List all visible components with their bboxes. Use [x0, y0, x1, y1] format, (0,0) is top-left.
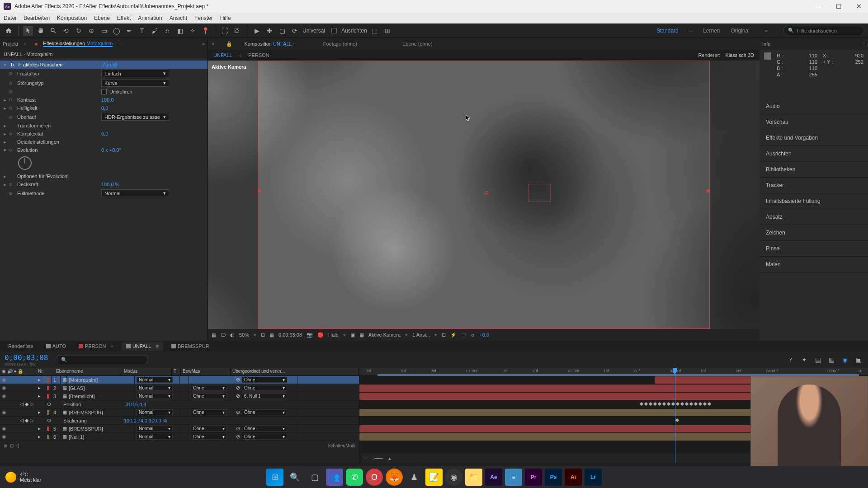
layer-row[interactable]: ◁ ◆ ▷ ⊙ Skalierung 100,0,74,0,100,0 % [0, 417, 359, 425]
tl-btn-1[interactable]: ⊕ [4, 443, 7, 448]
camera-dropdown[interactable]: Aktive Kamera [368, 332, 401, 338]
panel-inhaltsfuellung[interactable]: Inhaltsbasierte Füllung [760, 193, 868, 209]
panel-audio[interactable]: Audio [760, 99, 868, 114]
breadcrumb-person[interactable]: PERSON [248, 52, 269, 58]
pen-tool-icon[interactable]: ✒ [124, 26, 134, 36]
tl-graph-icon[interactable]: ⫯ [786, 355, 796, 365]
tl-frame-blend-icon[interactable]: ▦ [826, 355, 836, 365]
workspace-original[interactable]: Original [731, 28, 750, 34]
start-button[interactable]: ⊞ [266, 469, 283, 486]
selection-handle[interactable] [707, 189, 710, 192]
ellipse-tool-icon[interactable]: ◯ [112, 26, 122, 36]
tab-person[interactable]: PERSON× [74, 342, 118, 351]
maximize-button[interactable]: ☐ [833, 3, 844, 10]
taskbar-explorer-icon[interactable]: 📁 [465, 469, 482, 486]
close-button[interactable]: ✕ [854, 3, 864, 10]
info-panel-title[interactable]: Info [762, 41, 770, 47]
taskbar-teams-icon[interactable]: 👥 [326, 469, 343, 486]
menu-ansicht[interactable]: Ansicht [170, 15, 187, 21]
layer-row[interactable]: ◉ ▸ 2 ▦ [GLAS] Normal▾ Ohne▾ ⊘ Ohne▾ [0, 384, 359, 392]
panel-tracker[interactable]: Tracker [760, 178, 868, 193]
rect-tool-icon[interactable]: ▭ [99, 26, 109, 36]
help-search[interactable]: 🔍 Hilfe durchsuchen [783, 26, 864, 35]
taskbar-taskview-icon[interactable]: ▢ [306, 469, 323, 486]
tl-brainstorm-icon[interactable]: ▣ [854, 355, 863, 365]
vt-grid-icon[interactable]: ▦ [269, 332, 274, 338]
vt-transparency-icon[interactable]: ▦ [359, 332, 364, 338]
views-dropdown[interactable]: 1 Ansi... [412, 332, 430, 338]
orbit-tool-icon[interactable]: ⟲ [61, 26, 71, 36]
taskbar-whatsapp-icon[interactable]: ✆ [346, 469, 363, 486]
resolution-dropdown[interactable]: Halb [328, 332, 339, 338]
vt-snapshot-icon[interactable]: 📷 [307, 332, 313, 338]
current-time[interactable]: 0;00;03;08 [278, 332, 302, 338]
helligkeit-value[interactable]: 0,0 [101, 105, 108, 111]
text-tool-icon[interactable]: T [137, 26, 147, 36]
menu-ebene[interactable]: Ebene [94, 15, 110, 21]
taskbar-lr-icon[interactable]: Lr [585, 469, 602, 486]
vt-channels-icon[interactable]: 🔴 [317, 332, 324, 338]
hand-tool-icon[interactable] [36, 26, 46, 36]
layer-row[interactable]: ◉ ▸ 5 ▦ [BREMSSPUR] Normal▾ Ohne▾ ⊘ Ohne… [0, 425, 359, 433]
vt-material-icon[interactable]: ☼ [470, 332, 475, 338]
selection-tool-icon[interactable] [23, 26, 33, 36]
evolution-value[interactable]: 0 x +0,0° [101, 147, 121, 153]
menu-fenster[interactable]: Fenster [194, 15, 213, 21]
snap-box-icon[interactable]: ▢ [277, 26, 287, 36]
taskbar-search-icon[interactable]: 🔍 [286, 469, 303, 486]
tab-effekteinstellungen[interactable]: Effekteinstellungen Motorqualm [43, 41, 113, 47]
taskbar-ae-icon[interactable]: Ae [485, 469, 502, 486]
brush-tool-icon[interactable]: 🖌 [150, 26, 160, 36]
deckkraft-value[interactable]: 100,0 % [101, 182, 119, 187]
kontrast-value[interactable]: 100,0 [101, 97, 114, 103]
layer-row[interactable]: ◉ ▸ 4 ▦ [BREMSSPUR] Normal▾ Ohne▾ ⊘ Ohne… [0, 408, 359, 417]
panel-effekte[interactable]: Effekte und Vorgaben [760, 130, 868, 146]
tab-projekt[interactable]: Projekt [3, 41, 18, 47]
menu-datei[interactable]: Datei [4, 15, 16, 21]
komplexitaet-value[interactable]: 6,0 [101, 131, 108, 136]
minimize-button[interactable]: — [812, 3, 824, 10]
taskbar-app2-icon[interactable]: ♟ [406, 469, 423, 486]
menu-hilfe[interactable]: Hilfe [220, 15, 231, 21]
tab-renderliste[interactable]: Renderliste [4, 342, 38, 351]
tab-footage[interactable]: Footage (ohne) [323, 41, 357, 47]
vt-3d-icon[interactable]: ⬚ [461, 332, 466, 338]
menu-animation[interactable]: Animation [138, 15, 162, 21]
umkehren-checkbox[interactable] [101, 89, 107, 94]
tl-btn-3[interactable]: {} [16, 443, 19, 448]
panel-bibliotheken[interactable]: Bibliotheken [760, 162, 868, 178]
renderer-value[interactable]: Klassisch 3D [725, 52, 754, 58]
tab-auto[interactable]: AUTO [42, 342, 71, 351]
tab-layer[interactable]: Ebene (ohne) [402, 41, 433, 47]
tl-zoom-in-icon[interactable]: ▲ [387, 456, 392, 461]
panel-zeichen[interactable]: Zeichen [760, 225, 868, 241]
taskbar-obs-icon[interactable]: ◉ [445, 469, 462, 486]
taskbar-me-icon[interactable]: ≡ [505, 469, 522, 486]
vt-ruler-icon[interactable]: ⊞ [261, 332, 265, 338]
snap-arrow-icon[interactable]: ▶ [252, 26, 262, 36]
align-magnet-icon[interactable]: ⬚ [370, 26, 380, 36]
panel-vorschau[interactable]: Vorschau [760, 114, 868, 130]
puppet-tool-icon[interactable]: 📍 [200, 26, 210, 36]
ueberlauf-dropdown[interactable]: HDR-Ergebnisse zulasse▾ [101, 113, 169, 121]
vt-pixel-icon[interactable]: ⊡ [442, 332, 446, 338]
effect-fraktales-rauschen[interactable]: ▾ fx Fraktales Rauschen Zurück [0, 61, 208, 69]
tab-composition[interactable]: Komposition UNFALL ≡ [244, 41, 296, 47]
selection-handle[interactable] [258, 189, 261, 192]
pan-behind-tool-icon[interactable]: ⊕ [86, 26, 96, 36]
taskbar-firefox-icon[interactable]: 🦊 [386, 469, 403, 486]
eraser-tool-icon[interactable]: ◧ [175, 26, 185, 36]
tab-unfall[interactable]: UNFALL≡ [122, 342, 163, 351]
panel-pinsel[interactable]: Pinsel [760, 241, 868, 257]
stoerungstyp-dropdown[interactable]: Kurve▾ [101, 79, 169, 87]
zoom-tool-icon[interactable] [48, 26, 58, 36]
switch-modi-toggle[interactable]: Schalter/Modi [328, 443, 355, 448]
taskbar-notes-icon[interactable]: 📝 [425, 469, 443, 486]
menu-effekt[interactable]: Effekt [117, 15, 131, 21]
panel-malen[interactable]: Malen [760, 257, 868, 272]
zoom-level[interactable]: 50% [239, 332, 249, 338]
layer-row[interactable]: ◉ ▸ 3 ▦ [Bremslicht] Normal▾ Ohne▾ ⊘ 6. … [0, 392, 359, 400]
composition-viewer[interactable]: Aktive Kamera ⊕ [208, 61, 760, 329]
layer-row[interactable]: ◁ ◆ ▷ ⊙ Position -318,6,4,4 [0, 400, 359, 408]
evolution-dial[interactable] [18, 156, 32, 170]
